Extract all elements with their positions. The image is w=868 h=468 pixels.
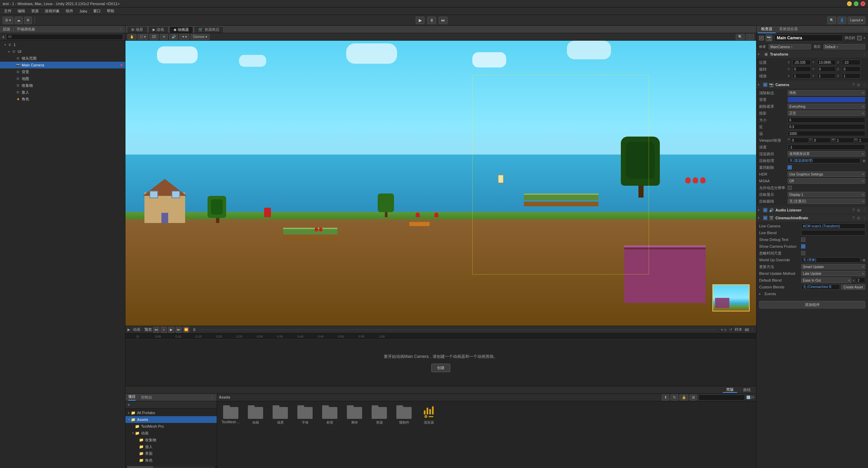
- scene-search-btn[interactable]: 🔍: [736, 34, 745, 40]
- play-button[interactable]: ▶: [416, 17, 425, 24]
- object-icon-btn[interactable]: 📷: [766, 35, 772, 41]
- menu-component[interactable]: 组件: [63, 8, 76, 14]
- asset-scripts[interactable]: 脚本: [343, 404, 366, 426]
- scene-gizmos-btn[interactable]: Gizmos ▾: [191, 34, 210, 40]
- camera-help-btn[interactable]: ?: [852, 83, 855, 87]
- hierarchy-item-scene[interactable]: ▾ ⊞ 1: [0, 41, 125, 48]
- hierarchy-item-enemy[interactable]: ⊡ 敌人: [0, 89, 125, 96]
- hierarchy-item-camera-range[interactable]: ⊡ 镜头范围: [0, 55, 125, 62]
- ignore-time-checkbox[interactable]: [801, 251, 805, 255]
- update-method-dropdown[interactable]: Smart Update ▾: [801, 264, 865, 269]
- position-x[interactable]: -25.335: [792, 60, 811, 65]
- toolbar-settings-btn[interactable]: ⚙: [24, 17, 32, 24]
- rotation-y[interactable]: 0: [817, 66, 836, 72]
- world-up-field[interactable]: 无 (变换): [801, 257, 861, 263]
- project-anim-character[interactable]: 📁 角色: [125, 457, 217, 464]
- asset-prefabs[interactable]: 预制件: [393, 404, 415, 426]
- project-tab[interactable]: 项目: [128, 394, 136, 401]
- project-assets-root[interactable]: ▾ 📁 Assets: [125, 416, 217, 423]
- audio-menu-btn[interactable]: ⋮: [862, 208, 867, 212]
- cine-menu-btn[interactable]: ⋮: [862, 216, 867, 220]
- audio-help-btn[interactable]: ?: [852, 208, 855, 212]
- cine-preset-btn[interactable]: ⊡: [856, 216, 861, 220]
- asset-textmesh[interactable]: TextMesh ...: [220, 404, 242, 426]
- audio-listener-header[interactable]: ▾ ✓ 🔊 Audio Listener ? ⊡ ⋮: [756, 206, 868, 214]
- render-path-dropdown[interactable]: 使用图形设置 ▾: [788, 151, 865, 157]
- scene-shading-btn[interactable]: ☐ ▾: [138, 34, 148, 40]
- target-texture-pick-btn[interactable]: ⊙: [863, 159, 865, 163]
- scene-fx-btn[interactable]: ✦ ▾: [179, 34, 190, 40]
- add-component-button[interactable]: 添加组件: [759, 301, 865, 308]
- assets-search[interactable]: [698, 394, 745, 401]
- asset-scenes[interactable]: 场景: [269, 404, 291, 426]
- console-tab[interactable]: 控制台: [141, 395, 152, 400]
- tab-animator[interactable]: ◈ 动画器: [169, 26, 193, 33]
- tab-game[interactable]: ▶ 游戏: [148, 26, 169, 33]
- static-checkbox[interactable]: [857, 36, 862, 40]
- tab-store[interactable]: 🛒 资源商店: [194, 26, 224, 33]
- audio-preset-btn[interactable]: ⊡: [856, 208, 861, 212]
- scene-tool-hand[interactable]: ✋: [127, 34, 136, 40]
- msaa-dropdown[interactable]: Off ▾: [788, 178, 865, 184]
- hierarchy-menu-btn[interactable]: ⋮: [119, 27, 122, 32]
- anim-prev-btn[interactable]: ⏮: [153, 327, 159, 333]
- project-anim-ui[interactable]: 📁 界面: [125, 450, 217, 457]
- rotation-x[interactable]: 0: [792, 66, 811, 72]
- inspector-menu-btn[interactable]: ⋮: [863, 27, 867, 32]
- cine-help-btn[interactable]: ?: [852, 216, 855, 220]
- background-color-field[interactable]: [788, 97, 865, 102]
- camera-header[interactable]: ▾ ✓ 📷 Camera ? ⊡ ⋮: [756, 81, 868, 88]
- far-clip-field[interactable]: 1000: [788, 131, 865, 136]
- tab-scene[interactable]: ⊞ 场景: [127, 26, 147, 33]
- asset-materials[interactable]: 材质: [319, 404, 341, 426]
- project-animation[interactable]: ▾ 📁 动画: [125, 430, 217, 436]
- transform-opt-btn[interactable]: ⋮: [862, 53, 867, 56]
- custom-blends-field[interactable]: 无 (Cinemachine B: [801, 284, 840, 290]
- occlusion-checkbox[interactable]: ✓: [788, 165, 792, 169]
- assets-lock-btn[interactable]: 🔒: [679, 394, 688, 401]
- hierarchy-item-collectibles[interactable]: ⊡ 收集物: [0, 82, 125, 89]
- scene-menu-btn[interactable]: ⋮: [746, 34, 754, 40]
- anim-next-btn[interactable]: ⏩: [183, 327, 189, 333]
- menu-gameobject[interactable]: 游戏对象: [42, 8, 62, 14]
- assets-refresh-btn[interactable]: ↻: [671, 394, 678, 401]
- hierarchy-search[interactable]: [6, 34, 123, 40]
- project-scrollbar[interactable]: [125, 465, 217, 468]
- static-arrow[interactable]: ▾: [864, 36, 865, 40]
- dynamic-res-checkbox[interactable]: [788, 186, 792, 190]
- asset-fonts[interactable]: 字体: [294, 404, 316, 426]
- target-texture-field[interactable]: 无 (直染器纹理): [788, 158, 861, 163]
- asset-animation[interactable]: 动画: [244, 404, 267, 426]
- toolbar-left-btn[interactable]: ☰ ▾: [3, 17, 13, 24]
- assets-layout-btn[interactable]: ⊞: [690, 394, 697, 401]
- menu-window[interactable]: 窗口: [91, 8, 103, 14]
- viewport-w[interactable]: 1: [835, 138, 854, 143]
- anim-timeline[interactable]: [199, 329, 717, 330]
- clear-flags-dropdown[interactable]: 纯色 ▾: [788, 90, 865, 96]
- maximize-button[interactable]: □: [854, 1, 859, 6]
- projection-dropdown[interactable]: 正交 ▾: [788, 110, 865, 116]
- assets-import-btn[interactable]: ⬆: [662, 394, 669, 401]
- step-button[interactable]: ⏭: [439, 17, 448, 24]
- project-menu-btn[interactable]: ⋮: [210, 395, 214, 400]
- hierarchy-item-bg[interactable]: ⊡ 背景: [0, 68, 125, 75]
- cinemachine-header[interactable]: ▾ ✓ 🎬 CinemachineBrain ? ⊡ ⋮: [756, 214, 868, 222]
- menu-help[interactable]: 帮助: [104, 8, 117, 14]
- scene-2d-btn[interactable]: 2D: [150, 34, 159, 40]
- hierarchy-item-map[interactable]: ⊡ 地图: [0, 75, 125, 82]
- toolbar-layout-btn[interactable]: Layout ▾: [848, 17, 865, 24]
- hierarchy-item-ui[interactable]: ▸ ⊡ UI: [0, 48, 125, 55]
- position-z[interactable]: -10: [842, 60, 861, 65]
- minimize-button[interactable]: —: [847, 1, 852, 6]
- asset-resources[interactable]: 资源: [368, 404, 390, 426]
- default-blend-time[interactable]: 2: [856, 278, 865, 283]
- hdr-dropdown[interactable]: Use Graphics Settings ▾: [788, 171, 865, 177]
- animation-create-button[interactable]: 创建: [431, 364, 450, 372]
- project-anim-collectibles[interactable]: 📁 收集物: [125, 436, 217, 443]
- toolbar-cloud-btn[interactable]: ☁: [15, 17, 23, 24]
- scale-y[interactable]: 1: [817, 73, 836, 79]
- preview-btn[interactable]: 预览: [144, 327, 152, 332]
- camera-menu-btn[interactable]: ⋮: [862, 83, 867, 87]
- camera-preset-btn[interactable]: ⊡: [856, 83, 861, 87]
- anim-record-btn[interactable]: ●: [161, 327, 167, 333]
